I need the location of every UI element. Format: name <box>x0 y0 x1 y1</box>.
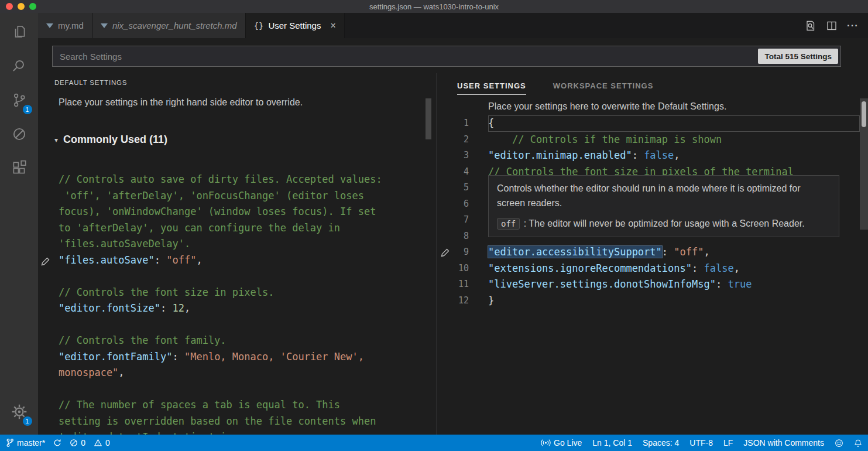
code-line[interactable]: 2 // Controls if the minimap is shown <box>437 132 860 148</box>
line-text: monospace", <box>59 367 125 378</box>
code-line[interactable]: "editor.fontSize": 12, <box>59 300 422 317</box>
code-line[interactable]: 'editor.detectIndentation' is on. <box>59 429 422 435</box>
code-line[interactable]: // Controls the font family. <box>59 333 422 349</box>
settings-search-input[interactable] <box>52 46 841 67</box>
tab-user-settings[interactable]: USER SETTINGS <box>457 81 526 95</box>
code-token: // Controls the font size in pixels. <box>59 286 274 298</box>
code-line[interactable]: "editor.fontFamily": "Menlo, Monaco, 'Co… <box>59 349 422 365</box>
code-token: "editor.fontSize" <box>59 302 160 314</box>
status-warnings[interactable]: 0 <box>94 438 110 447</box>
markdown-file-icon <box>101 23 108 28</box>
activity-bar: 1 1 <box>0 13 38 435</box>
code-line[interactable]: to 'afterDelay', you can configure the d… <box>59 220 422 237</box>
settings-gear-icon[interactable]: 1 <box>5 397 34 426</box>
line-text: focus), 'onWindowChange' (window loses f… <box>59 206 376 217</box>
fullscreen-window-button[interactable] <box>29 3 36 10</box>
user-settings-panel: USER SETTINGS WORKSPACE SETTINGS Place y… <box>436 73 868 435</box>
left-scrollbar-thumb[interactable] <box>426 98 431 139</box>
source-control-icon[interactable]: 1 <box>5 86 34 115</box>
tab-User Settings[interactable]: {}User Settings× <box>246 13 345 38</box>
tab-bar: my.mdnix_scavenger_hunt_stretch.md{}User… <box>38 13 868 38</box>
status-bar-left: master*00 <box>6 438 110 447</box>
tab-close-button[interactable]: × <box>330 20 335 31</box>
window-title: settings.json — wats1030-intro-to-unix <box>369 2 499 11</box>
tab-bar-tabs: my.mdnix_scavenger_hunt_stretch.md{}User… <box>38 13 345 38</box>
code-token: focus), 'onWindowChange' (window loses f… <box>59 206 376 217</box>
code-line[interactable]: "files.autoSave": "off", <box>59 252 422 269</box>
extensions-icon[interactable] <box>5 153 34 183</box>
edit-setting-pencil-icon[interactable] <box>440 247 451 258</box>
code-token: "files.autoSave" <box>59 254 155 266</box>
status-cursor-position[interactable]: Ln 1, Col 1 <box>592 438 632 447</box>
more-actions-icon[interactable]: ··· <box>847 20 859 32</box>
code-line[interactable]: // Controls auto save of dirty files. Ac… <box>59 172 422 188</box>
code-line[interactable]: 'off', 'afterDelay', 'onFocusChange' (ed… <box>59 188 422 204</box>
status-git-branch[interactable]: master* <box>6 438 45 447</box>
debug-icon[interactable] <box>5 119 34 149</box>
code-token: // The number of spaces a tab is equal t… <box>59 399 340 411</box>
tab-my.md[interactable]: my.md <box>38 13 92 38</box>
code-token: "editor.fontFamily" <box>59 351 172 363</box>
code-line[interactable] <box>59 317 422 333</box>
code-line[interactable]: 9"editor.accessibilitySupport": "off", <box>437 244 860 261</box>
open-preview-icon[interactable] <box>805 20 816 32</box>
code-line[interactable]: 3"editor.minimap.enabled": false, <box>437 148 860 164</box>
status-encoding[interactable]: UTF-8 <box>689 438 713 447</box>
code-token: { <box>488 117 494 129</box>
status-language-mode[interactable]: JSON with Comments <box>743 438 824 447</box>
status-errors[interactable]: 0 <box>70 438 85 447</box>
status-label: Ln 1, Col 1 <box>592 438 632 447</box>
line-text: "editor.minimap.enabled": false, <box>488 148 860 164</box>
editor-region: my.mdnix_scavenger_hunt_stretch.md{}User… <box>38 13 868 435</box>
collapse-arrow-icon: ▾ <box>54 136 58 144</box>
code-line[interactable]: monospace", <box>59 365 422 381</box>
search-icon[interactable] <box>5 52 34 81</box>
warning-icon <box>94 439 102 447</box>
close-window-button[interactable] <box>6 3 13 10</box>
code-token: "editor.minimap.enabled" <box>488 149 632 161</box>
code-token: : <box>160 302 172 314</box>
code-line[interactable] <box>59 268 422 285</box>
status-go-live[interactable]: Go Live <box>541 438 582 447</box>
code-line[interactable]: // Controls the font size in pixels. <box>59 285 422 301</box>
code-line[interactable]: 12} <box>437 293 860 309</box>
code-line[interactable]: 10"extensions.ignoreRecommendations": fa… <box>437 261 860 277</box>
status-label: Go Live <box>554 438 582 447</box>
code-line[interactable]: 11"liveServer.settings.donotShowInfoMsg"… <box>437 276 860 293</box>
error-icon <box>70 439 78 447</box>
commonly-used-section-header[interactable]: ▾ Commonly Used (11) <box>54 134 167 146</box>
code-token: : <box>716 278 728 290</box>
line-text: // Controls if the minimap is shown <box>488 132 860 148</box>
code-token: : <box>662 246 674 258</box>
default-settings-header: DEFAULT SETTINGS <box>54 79 127 86</box>
settings-search: Total 515 Settings <box>52 46 841 67</box>
broadcast-icon <box>541 439 551 447</box>
tooltip-code-value: off <box>497 218 520 230</box>
code-line[interactable]: 1{ <box>437 115 860 132</box>
status-sync[interactable] <box>53 439 61 447</box>
code-line[interactable]: 'files.autoSaveDelay'. <box>59 236 422 252</box>
status-indentation[interactable]: Spaces: 4 <box>643 438 679 447</box>
code-line[interactable] <box>59 381 422 398</box>
tab-nix_scavenger_hunt_stretch.md[interactable]: nix_scavenger_hunt_stretch.md <box>92 13 246 38</box>
code-token: , <box>184 302 190 314</box>
split-editor-icon[interactable] <box>826 20 838 32</box>
status-feedback[interactable] <box>835 439 843 447</box>
code-line[interactable]: setting is overridden based on the file … <box>59 414 422 430</box>
minimize-window-button[interactable] <box>18 3 25 10</box>
code-line[interactable]: // The number of spaces a tab is equal t… <box>59 397 422 414</box>
default-settings-panel: DEFAULT SETTINGS Place your settings in … <box>38 73 436 435</box>
code-token: , <box>704 246 709 258</box>
status-eol[interactable]: LF <box>723 438 733 447</box>
line-text: to 'afterDelay', you can configure the d… <box>59 222 340 234</box>
edit-setting-pencil-icon[interactable] <box>40 256 51 266</box>
workbench: 1 1 my.mdnix_scavenger_hunt_stretch.md{}… <box>0 13 868 435</box>
tab-workspace-settings[interactable]: WORKSPACE SETTINGS <box>553 81 654 95</box>
line-text: "liveServer.settings.donotShowInfoMsg": … <box>488 276 860 293</box>
status-notifications[interactable] <box>854 439 862 447</box>
code-line[interactable]: focus), 'onWindowChange' (window loses f… <box>59 204 422 220</box>
line-text: // Controls the font size in pixels. <box>59 286 274 298</box>
explorer-icon[interactable] <box>5 18 34 47</box>
overlay-scrollbar-thumb[interactable] <box>862 101 866 127</box>
status-label: Spaces: 4 <box>643 438 679 447</box>
